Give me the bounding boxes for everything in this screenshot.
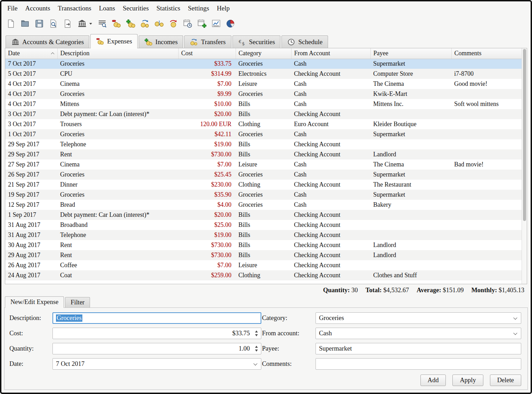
- cell-from-account: Cash: [291, 129, 370, 139]
- table-row[interactable]: 4 Oct 2017Groceries$9.99GroceriesCashKwi…: [5, 89, 522, 99]
- apply-button[interactable]: Apply: [452, 375, 483, 386]
- total-label: Total:: [366, 287, 382, 294]
- ledger-icon: [97, 19, 107, 28]
- column-header-category[interactable]: Category: [236, 48, 291, 59]
- tab-accounts[interactable]: Accounts & Categories: [6, 35, 89, 48]
- quantity-spinner[interactable]: [253, 344, 260, 354]
- vertical-scrollbar[interactable]: [522, 48, 527, 284]
- table-row[interactable]: 1 Sep 2017Debt payment: Car Loan (intere…: [5, 210, 522, 220]
- menu-transactions[interactable]: Transactions: [54, 2, 95, 14]
- tab-transfers[interactable]: Transfers: [184, 35, 231, 48]
- new-file-button[interactable]: [5, 18, 17, 30]
- table-row[interactable]: 7 Oct 2017Groceries$33.75GroceriesCashSu…: [5, 59, 522, 69]
- menu-statistics[interactable]: Statistics: [153, 2, 184, 14]
- table-row[interactable]: 12 Sep 2017Bread$4.00GroceriesCashBakery: [5, 200, 522, 210]
- menu-help[interactable]: Help: [213, 2, 234, 14]
- menu-loans[interactable]: Loans: [95, 2, 119, 14]
- table-row[interactable]: 26 Aug 2017Coffee$7.00LeisureChecking Ac…: [5, 260, 522, 270]
- table-row[interactable]: 24 Aug 2017Coat$259.00ClothingChecking A…: [5, 270, 522, 280]
- menu-accounts[interactable]: Accounts: [22, 2, 54, 14]
- table-row[interactable]: 3 Oct 2017Debt payment: Car Loan (intere…: [5, 109, 522, 119]
- delete-button[interactable]: Delete: [490, 375, 521, 386]
- new-income-button[interactable]: [125, 18, 137, 30]
- column-header-comments[interactable]: Comments: [451, 48, 522, 59]
- new-transfer-button[interactable]: [139, 18, 151, 30]
- column-header-payee[interactable]: Payee: [370, 48, 451, 59]
- table-row[interactable]: 29 Sep 2017Rent$730.00BillsChecking Acco…: [5, 149, 522, 159]
- scrollbar-thumb[interactable]: [523, 49, 526, 221]
- cell-cost: $20.00: [178, 109, 236, 119]
- cell-description: Dinner: [57, 180, 178, 190]
- column-header-from-account[interactable]: From Account: [291, 48, 370, 59]
- table-row[interactable]: 27 Sep 2017Cinema$7.00LeisureCashThe Cin…: [5, 159, 522, 170]
- comments-input[interactable]: [316, 358, 521, 370]
- accounts-dropdown-caret-icon[interactable]: [89, 23, 92, 25]
- table-row[interactable]: 31 Aug 2017Telephone$19.00BillsChecking …: [5, 230, 522, 240]
- spin-down-icon[interactable]: [255, 350, 258, 352]
- edit-schedule-button[interactable]: [196, 18, 208, 30]
- category-combobox[interactable]: Groceries: [316, 312, 521, 324]
- cell-payee: [370, 260, 451, 270]
- table-row[interactable]: 4 Oct 2017Mittens$10.00BillsCashMittens …: [5, 99, 522, 109]
- column-header-description[interactable]: Description: [57, 48, 178, 59]
- print-preview-button[interactable]: [48, 18, 59, 30]
- export-button[interactable]: [62, 18, 74, 30]
- menu-file[interactable]: File: [3, 2, 22, 14]
- column-header-cost[interactable]: Cost: [178, 48, 236, 59]
- cell-comments: [451, 270, 522, 280]
- new-expense-button[interactable]: [111, 18, 122, 30]
- date-value: 7 Oct 2017: [56, 360, 84, 368]
- column-header-date[interactable]: Date: [5, 48, 57, 59]
- table-row[interactable]: 19 Sep 2017Groceries$35.90GroceriesCashS…: [5, 190, 522, 200]
- date-combobox[interactable]: 7 Oct 2017: [52, 358, 261, 370]
- table-row[interactable]: 3 Oct 2017Trousers120.00 EURClothingEuro…: [5, 119, 522, 129]
- tab-schedule[interactable]: Schedule: [281, 35, 328, 48]
- transfer-icon: [190, 38, 198, 46]
- table-row[interactable]: 26 Sep 2017Groceries$25.45GroceriesCashS…: [5, 170, 522, 180]
- pie-chart-button[interactable]: [224, 18, 236, 30]
- save-button[interactable]: [33, 18, 45, 30]
- payee-input[interactable]: Supermarket: [316, 343, 521, 354]
- chevron-down-icon: [513, 315, 517, 319]
- table-row[interactable]: 21 Sep 2017Dinner$230.00ClothingChecking…: [5, 180, 522, 190]
- description-input[interactable]: Groceries: [52, 312, 261, 324]
- table-row[interactable]: 29 Sep 2017Telephone$19.00BillsChecking …: [5, 139, 522, 149]
- split-transaction-button[interactable]: [153, 18, 165, 30]
- tab-expenses[interactable]: Expenses: [90, 34, 138, 48]
- cost-input[interactable]: $33.75: [52, 328, 261, 339]
- quantity-input[interactable]: 1.00: [52, 343, 261, 354]
- schedule-icon: [287, 38, 295, 46]
- cell-date: 5 Oct 2017: [5, 69, 57, 79]
- refund-button[interactable]: [167, 18, 179, 30]
- cell-description: Telephone: [57, 230, 178, 240]
- menu-securities[interactable]: Securities: [119, 2, 153, 14]
- cell-from-account: Checking Account: [291, 250, 370, 260]
- table-row[interactable]: 4 Oct 2017Cinema$7.00LeisureCashThe Cine…: [5, 79, 522, 89]
- table-row[interactable]: 1 Oct 2017Groceries$42.11GroceriesCashSu…: [5, 129, 522, 139]
- spin-up-icon[interactable]: [255, 346, 258, 348]
- add-button[interactable]: Add: [420, 375, 446, 386]
- accounts-button[interactable]: [76, 18, 88, 30]
- menu-settings[interactable]: Settings: [184, 2, 213, 14]
- spin-up-icon[interactable]: [255, 330, 258, 333]
- chart-button[interactable]: [210, 18, 222, 30]
- cell-from-account: Checking Account: [291, 109, 370, 119]
- cell-comments: Bad movie!: [451, 159, 522, 170]
- ledger-button[interactable]: [96, 18, 108, 30]
- from-account-combobox[interactable]: Cash: [316, 328, 521, 339]
- editor-tab-new-edit-expense[interactable]: New/Edit Expense: [5, 296, 64, 308]
- table-row[interactable]: 29 Aug 2017Rent$730.00BillsChecking Acco…: [5, 250, 522, 260]
- table-row[interactable]: 31 Aug 2017Broadband$25.00BillsChecking …: [5, 220, 522, 230]
- open-file-button[interactable]: [19, 18, 31, 30]
- cost-spinner[interactable]: [253, 328, 260, 338]
- cell-payee: The Cinema: [370, 79, 451, 89]
- transactions-table: DateDescriptionCostCategoryFrom AccountP…: [5, 48, 522, 284]
- table-row[interactable]: 30 Aug 2017Rent$730.00BillsChecking Acco…: [5, 240, 522, 250]
- schedule-button[interactable]: [182, 18, 194, 30]
- editor-tab-filter[interactable]: Filter: [65, 297, 90, 307]
- tab-incomes[interactable]: Incomes: [139, 35, 183, 48]
- tab-securities[interactable]: €$Securities: [232, 35, 281, 48]
- spin-down-icon[interactable]: [255, 334, 258, 336]
- cell-category: Leisure: [236, 260, 291, 270]
- table-row[interactable]: 5 Oct 2017CPU$314.99ElectronicsChecking …: [5, 69, 522, 79]
